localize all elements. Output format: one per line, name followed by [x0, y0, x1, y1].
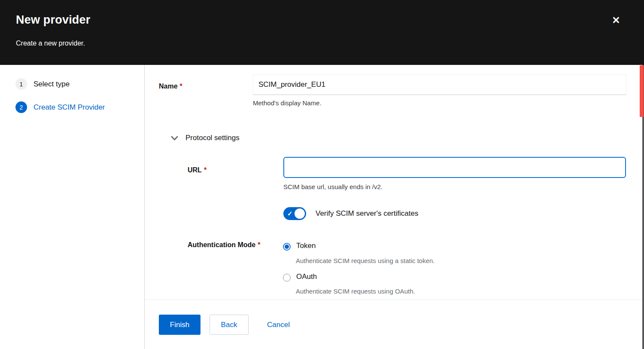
- wizard-step-create-scim-provider[interactable]: 2 Create SCIM Provider: [15, 101, 105, 113]
- verify-certificates-toggle[interactable]: ✓: [283, 207, 306, 220]
- name-helper-text: Method's display Name.: [253, 99, 322, 107]
- toggle-knob: [295, 208, 305, 219]
- radio-token-description: Authenticate SCIM requests using a stati…: [296, 257, 435, 264]
- required-asterisk: *: [258, 241, 260, 248]
- name-input[interactable]: [253, 74, 626, 95]
- wizard-step-select-type[interactable]: 1 Select type: [15, 78, 70, 90]
- radio-token-label[interactable]: Token: [296, 242, 316, 250]
- new-provider-modal: New provider Create a new provider. ✕ 1 …: [0, 0, 644, 349]
- required-asterisk: *: [180, 83, 182, 90]
- name-field-label: Name*: [159, 83, 182, 90]
- step-number-badge: 1: [15, 78, 27, 90]
- radio-token[interactable]: [283, 243, 291, 251]
- radio-oauth[interactable]: [283, 274, 291, 282]
- finish-button[interactable]: Finish: [159, 315, 200, 335]
- radio-oauth-label[interactable]: OAuth: [296, 272, 317, 281]
- step-number-badge: 2: [15, 101, 27, 113]
- wizard-form-content: Name* Method's display Name. Protocol se…: [145, 65, 644, 349]
- url-input[interactable]: [283, 157, 626, 178]
- url-field-label: URL*: [188, 166, 207, 174]
- footer-divider: [145, 300, 644, 300]
- required-asterisk: *: [204, 166, 207, 174]
- verify-certificates-label: Verify SCIM server's certificates: [316, 209, 418, 218]
- scrollbar-thumb[interactable]: [640, 65, 644, 117]
- protocol-settings-section-toggle[interactable]: Protocol settings: [171, 134, 240, 142]
- auth-mode-label-text: Authentication Mode: [188, 241, 255, 248]
- radio-oauth-description: Authenticate SCIM requests using OAuth.: [296, 288, 415, 295]
- name-label-text: Name: [159, 83, 178, 90]
- back-button[interactable]: Back: [210, 315, 249, 335]
- protocol-settings-title: Protocol settings: [185, 134, 240, 142]
- url-label-text: URL: [188, 166, 202, 174]
- wizard-steps-sidebar: 1 Select type 2 Create SCIM Provider: [0, 65, 145, 349]
- modal-title: New provider: [16, 13, 90, 27]
- cancel-button[interactable]: Cancel: [267, 315, 290, 335]
- url-helper-text: SCIM base url, usually ends in /v2.: [283, 183, 383, 190]
- chevron-down-icon: [171, 135, 178, 141]
- modal-subtitle: Create a new provider.: [16, 40, 85, 47]
- step-label: Select type: [33, 80, 70, 89]
- modal-body: 1 Select type 2 Create SCIM Provider Nam…: [0, 65, 644, 349]
- close-icon[interactable]: ✕: [609, 13, 623, 28]
- check-icon: ✓: [287, 210, 293, 217]
- modal-header: New provider Create a new provider. ✕: [0, 0, 644, 65]
- auth-mode-field-label: Authentication Mode*: [188, 241, 260, 249]
- step-label: Create SCIM Provider: [33, 103, 105, 112]
